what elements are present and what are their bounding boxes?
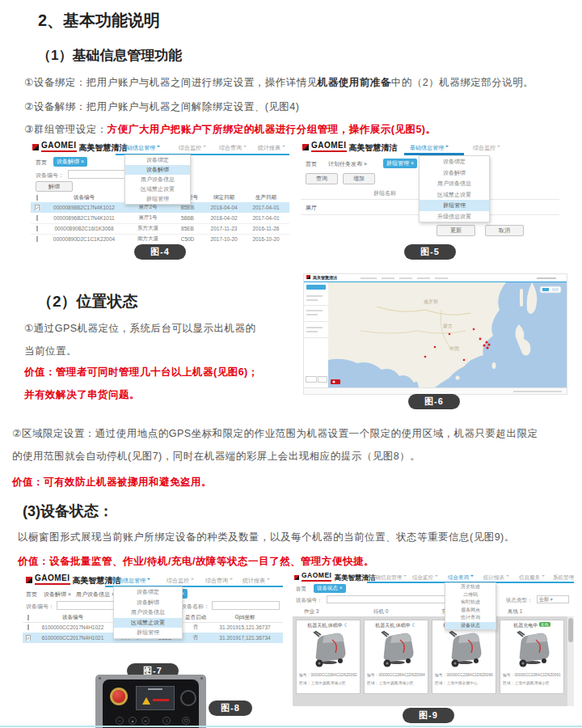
- menu-item-qrcode[interactable]: 二维码: [445, 591, 496, 599]
- nav-placeholder[interactable]: [435, 277, 448, 279]
- status-type-select[interactable]: 全部 ▾: [537, 595, 569, 603]
- list-item-placeholder[interactable]: [306, 331, 318, 332]
- query-button[interactable]: 查询: [306, 173, 338, 184]
- tab-device-unbind[interactable]: 设备解绑 ×: [40, 590, 74, 599]
- nav-placeholder[interactable]: [417, 277, 430, 279]
- row-checkbox[interactable]: [31, 236, 44, 242]
- nav-basic-info[interactable]: 基础信息管理: [410, 144, 449, 152]
- emergency-stop-button[interactable]: [112, 690, 125, 703]
- list-item-placeholder[interactable]: [306, 310, 323, 311]
- minus-button[interactable]: −: [116, 717, 124, 725]
- nav-monitor[interactable]: 综合监控: [473, 144, 500, 152]
- sidebar-tab-button[interactable]: [306, 285, 326, 290]
- value1-line2: 并有效解决了串货问题。: [24, 388, 140, 402]
- machine-card[interactable]: 机器关机,休眠中 ☾ 编号：00000CC238AC1D6Z0066 区域：上海…: [432, 620, 496, 694]
- list-item-placeholder[interactable]: [306, 314, 318, 315]
- table-row[interactable]: 00000896B2C17N4K1011 展厅1号 5B6B 2018-04-0…: [31, 213, 289, 224]
- group-row[interactable]: 展厅: [306, 204, 317, 212]
- mode-button[interactable]: ▴: [129, 717, 137, 725]
- menu-item-group[interactable]: 群组管理: [420, 200, 489, 211]
- tab-home[interactable]: 首页: [306, 160, 317, 168]
- nav-report[interactable]: 统计报表: [242, 577, 270, 585]
- nav-service[interactable]: 信息服务: [519, 574, 545, 582]
- tab-plan-task[interactable]: 计划任务发布 ×: [325, 159, 370, 169]
- device-id-input[interactable]: [327, 595, 464, 603]
- tab-user-device[interactable]: 用户设备信息 ×: [73, 590, 118, 599]
- unbind-button[interactable]: 解绑: [36, 181, 73, 192]
- menu-item-user-device[interactable]: 用户设备信息: [420, 178, 489, 189]
- row-checkbox[interactable]: [31, 215, 44, 221]
- sidebar-input[interactable]: [306, 376, 317, 383]
- nav-placeholder[interactable]: [399, 277, 412, 279]
- update-button[interactable]: 更新: [436, 225, 475, 236]
- menu-item-area-limit[interactable]: 区域禁止设置: [125, 184, 190, 194]
- tab-device-unbind[interactable]: 设备解绑 ×: [53, 157, 87, 167]
- list-item-placeholder[interactable]: [306, 327, 323, 328]
- row-checkbox[interactable]: [31, 226, 44, 231]
- tab-home[interactable]: 首页: [36, 159, 47, 167]
- menu-item-bind[interactable]: 设备绑定: [420, 156, 489, 167]
- row-checkbox[interactable]: ✓: [31, 205, 44, 210]
- nav-monitor[interactable]: 综合监控: [412, 574, 438, 582]
- dial-knob[interactable]: [180, 690, 196, 706]
- menu-item-service-site[interactable]: 服务网点: [445, 607, 496, 615]
- menu-item-track[interactable]: 实时轨迹: [445, 599, 496, 607]
- machine-card[interactable]: 机器关机,休眠中 ☾ 编号：00000CC238AC1D6Z0062 区域：上海…: [296, 620, 361, 694]
- menu-item-unbind[interactable]: 设备解绑: [125, 165, 190, 175]
- tab-home[interactable]: 首页: [296, 586, 306, 593]
- row-checkbox[interactable]: ✓: [23, 635, 34, 641]
- menu-item-bind[interactable]: 设备绑定: [125, 155, 190, 165]
- machine-card[interactable]: 机器关机,休眠中 ☾ 编号：00000CC238AC1D6Z0064 区域：上海…: [364, 620, 428, 694]
- menu-item-unbind[interactable]: 设备解绑: [420, 167, 489, 179]
- table-row[interactable]: 00000890D2C1C1K22004 南方大厦 C50D 2017-10-2…: [31, 234, 289, 244]
- add-button[interactable]: 增加: [343, 173, 375, 184]
- nav-monitor[interactable]: 综合监控: [167, 577, 194, 585]
- device-name-input[interactable]: [212, 601, 280, 610]
- nav-report[interactable]: 统计报表: [258, 144, 285, 152]
- nav-placeholder[interactable]: [382, 277, 394, 279]
- nav-placeholder[interactable]: [361, 277, 377, 279]
- menu-item-upgrade[interactable]: 升级信息设置: [420, 211, 489, 222]
- scrollbar[interactable]: [567, 616, 574, 706]
- menu-item-history[interactable]: 历史轨迹: [445, 583, 496, 591]
- menu-item-user-device[interactable]: 用户设备信息: [114, 607, 182, 618]
- nav-monitor[interactable]: 综合监控: [179, 144, 206, 152]
- cell-bind-date: 2018-04-02: [204, 215, 244, 221]
- header-checkbox[interactable]: [31, 195, 44, 201]
- menu-item-device-status[interactable]: 设备状态: [445, 622, 496, 630]
- nav-system[interactable]: 系统管理: [553, 574, 574, 582]
- table-row[interactable]: 00000890B2C16I1K3068 东方大厦 85EB 2017-11-2…: [31, 223, 289, 235]
- cancel-button[interactable]: 取消: [485, 225, 524, 236]
- cell-id: 00000890B2C16I1K3068: [44, 226, 124, 231]
- machine-card[interactable]: 机器充电中 充电 编号：00000CC238AC1D6Z0061 区域：上海中远…: [500, 620, 564, 694]
- spray-button[interactable]: ≀: [162, 717, 171, 725]
- menu-item-user-device[interactable]: 用户设备信息: [125, 175, 190, 184]
- list-item-placeholder[interactable]: [306, 299, 318, 301]
- menu-item-group[interactable]: 群组管理: [114, 628, 182, 638]
- nav-report[interactable]: 统计报表: [483, 574, 509, 582]
- tab-device-status[interactable]: 设备状态 ×: [314, 584, 346, 593]
- tab-home[interactable]: 首页: [26, 590, 37, 599]
- scrollbar-thumb[interactable]: [568, 618, 573, 642]
- list-item-placeholder[interactable]: [306, 295, 323, 297]
- brand-mark-icon: [32, 144, 39, 150]
- menu-item-stat-query[interactable]: 统计查询: [445, 614, 496, 622]
- menu-item-area-limit[interactable]: 区域禁止设置: [420, 189, 489, 201]
- nav-query[interactable]: 综合查询: [205, 577, 233, 585]
- menu-item-unbind[interactable]: 设备解绑: [114, 598, 182, 608]
- power-button[interactable]: ⏻: [182, 717, 190, 725]
- header-checkbox[interactable]: [23, 615, 34, 620]
- sidebar-input[interactable]: [318, 376, 327, 383]
- plus-button[interactable]: +: [141, 717, 150, 725]
- nav-query[interactable]: 综合查询: [219, 144, 247, 152]
- nav-basic-info[interactable]: 基础信息管理: [370, 574, 407, 582]
- menu-item-bind[interactable]: 设备绑定: [114, 587, 182, 598]
- nav-basic-info[interactable]: 基础信息管理: [112, 577, 150, 585]
- tab-group-manage[interactable]: 群组管理 ×: [383, 159, 417, 168]
- gps-map[interactable]: 俄罗斯 蒙古 中国: [328, 282, 567, 387]
- row-checkbox[interactable]: [23, 624, 34, 630]
- menu-item-area-limit[interactable]: 区域禁止设置: [114, 618, 182, 629]
- nav-basic-info[interactable]: 基础信息管理: [121, 144, 160, 152]
- menu-item-group[interactable]: 群组管理: [125, 194, 190, 204]
- nav-query[interactable]: 综合查询: [448, 574, 474, 582]
